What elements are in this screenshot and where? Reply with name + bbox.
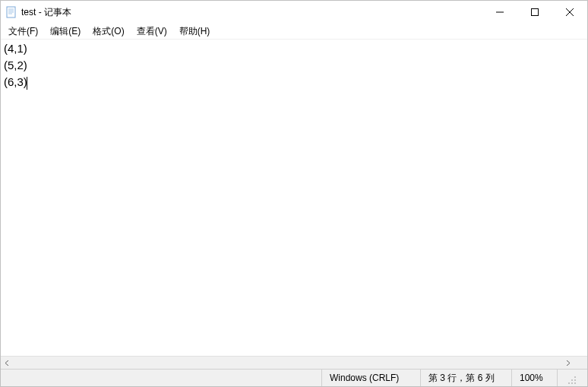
svg-point-10: [571, 379, 573, 381]
svg-point-9: [574, 376, 576, 378]
statusbar: Windows (CRLF) 第 3 行，第 6 列 100%: [1, 369, 587, 386]
window-title: test - 记事本: [21, 6, 482, 19]
menu-view[interactable]: 查看(V): [131, 24, 173, 40]
scroll-left-arrow[interactable]: [1, 357, 14, 370]
menubar: 文件(F) 编辑(E) 格式(O) 查看(V) 帮助(H): [1, 24, 587, 40]
window-controls: [482, 1, 587, 24]
menu-help[interactable]: 帮助(H): [173, 24, 217, 40]
text-cursor: [27, 77, 27, 90]
titlebar: test - 记事本: [1, 1, 587, 24]
status-zoom: 100%: [511, 370, 557, 386]
svg-point-11: [574, 379, 576, 381]
svg-point-12: [568, 382, 570, 384]
svg-point-13: [571, 382, 573, 384]
svg-rect-6: [532, 9, 539, 16]
minimize-button[interactable]: [482, 1, 517, 24]
app-icon: [5, 6, 17, 18]
editor-area[interactable]: (4,1) (5,2) (6,3): [1, 40, 587, 356]
maximize-button[interactable]: [517, 1, 552, 24]
scroll-right-arrow[interactable]: [561, 357, 574, 370]
menu-edit[interactable]: 编辑(E): [44, 24, 87, 40]
scroll-corner: [574, 357, 587, 370]
horizontal-scrollbar[interactable]: [1, 356, 587, 369]
resize-grip-icon[interactable]: [565, 370, 578, 386]
status-position: 第 3 行，第 6 列: [420, 370, 511, 386]
editor-content: (4,1) (5,2) (6,3): [4, 42, 27, 88]
menu-file[interactable]: 文件(F): [2, 24, 44, 40]
close-button[interactable]: [552, 1, 587, 24]
svg-point-14: [574, 382, 576, 384]
status-encoding: Windows (CRLF): [321, 370, 420, 386]
menu-format[interactable]: 格式(O): [87, 24, 130, 40]
scroll-track[interactable]: [14, 357, 561, 369]
status-extra: [557, 370, 587, 386]
